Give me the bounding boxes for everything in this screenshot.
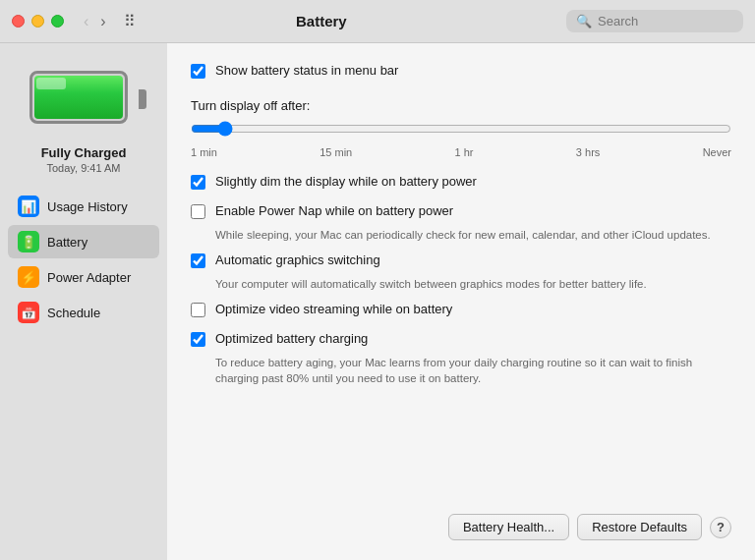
traffic-lights [12,15,64,28]
sidebar-item-schedule[interactable]: 📅 Schedule [8,296,159,329]
battery-shine [36,78,66,89]
sidebar-item-label: Battery [47,235,87,250]
power-nap-row: Enable Power Nap while on battery power [191,203,731,223]
optimize-video-row: Optimize video streaming while on batter… [191,302,731,321]
usage-history-icon: 📊 [18,196,39,217]
power-nap-label[interactable]: Enable Power Nap while on battery power [215,203,453,218]
tick-3hrs: 3 hrs [576,146,600,158]
optimized-charging-checkbox[interactable] [191,332,205,347]
window-title: Battery [77,13,566,29]
dim-display-checkbox[interactable] [191,175,205,190]
auto-graphics-row: Automatic graphics switching [191,252,731,272]
sidebar-item-label: Power Adapter [47,270,131,285]
tick-1min: 1 min [191,146,217,158]
battery-icon-container [25,65,143,134]
content-area: Show battery status in menu bar Turn dis… [167,43,755,560]
battery-status-time: Today, 9:41 AM [41,162,127,174]
battery-status: Fully Charged Today, 9:41 AM [41,145,127,174]
sidebar: Fully Charged Today, 9:41 AM 📊 Usage His… [0,43,167,560]
tick-never: Never [703,146,731,158]
restore-defaults-button[interactable]: Restore Defaults [577,514,702,540]
tick-1hr: 1 hr [455,146,474,158]
sidebar-item-label: Usage History [47,199,128,214]
sidebar-item-power-adapter[interactable]: ⚡ Power Adapter [8,260,159,294]
fullscreen-button[interactable] [51,15,64,28]
minimize-button[interactable] [31,15,44,28]
auto-graphics-checkbox[interactable] [191,253,205,268]
show-battery-label[interactable]: Show battery status in menu bar [215,63,398,78]
power-nap-checkbox[interactable] [191,204,205,219]
dim-display-row: Slightly dim the display while on batter… [191,174,731,194]
titlebar: ‹ › ⠿ Battery 🔍 [0,0,755,43]
auto-graphics-label[interactable]: Automatic graphics switching [215,252,380,267]
auto-graphics-desc: Your computer will automatically switch … [215,276,731,292]
slider-wrapper: 1 min 15 min 1 hr 3 hrs Never [191,121,731,158]
battery-illustration [29,71,138,128]
slider-label: Turn display off after: [191,98,731,113]
optimize-video-checkbox[interactable] [191,303,205,317]
power-adapter-icon: ⚡ [18,266,39,288]
display-off-slider-section: Turn display off after: 1 min 15 min 1 h… [191,98,731,158]
optimized-charging-desc: To reduce battery aging, your Mac learns… [215,355,731,386]
sidebar-item-usage-history[interactable]: 📊 Usage History [8,190,159,223]
optimized-charging-label[interactable]: Optimized battery charging [215,331,368,346]
slider-ticks: 1 min 15 min 1 hr 3 hrs Never [191,146,731,158]
battery-status-label: Fully Charged [41,145,127,160]
optimize-video-label[interactable]: Optimize video streaming while on batter… [215,302,452,316]
sidebar-item-label: Schedule [47,306,100,320]
show-battery-checkbox-wrap[interactable] [191,64,205,83]
show-battery-checkbox[interactable] [191,64,205,79]
sidebar-item-battery[interactable]: 🔋 Battery [8,225,159,258]
close-button[interactable] [12,15,25,28]
power-nap-desc: While sleeping, your Mac can periodicall… [215,227,731,243]
show-battery-status-row: Show battery status in menu bar [191,63,731,83]
schedule-icon: 📅 [18,302,39,323]
display-off-slider[interactable] [191,121,731,137]
battery-health-button[interactable]: Battery Health... [448,514,569,540]
sidebar-nav: 📊 Usage History 🔋 Battery ⚡ Power Adapte… [8,190,159,329]
battery-terminal [139,89,146,109]
search-input[interactable] [598,14,733,28]
battery-body [29,71,128,124]
optimized-charging-row: Optimized battery charging [191,331,731,351]
help-button[interactable]: ? [710,517,731,538]
battery-icon: 🔋 [18,231,39,252]
tick-15min: 15 min [319,146,352,158]
search-icon: 🔍 [576,14,592,28]
main-layout: Fully Charged Today, 9:41 AM 📊 Usage His… [0,43,755,560]
dim-display-label[interactable]: Slightly dim the display while on batter… [215,174,477,189]
bottom-bar: Battery Health... Restore Defaults ? [191,498,731,540]
search-box[interactable]: 🔍 [566,10,743,32]
